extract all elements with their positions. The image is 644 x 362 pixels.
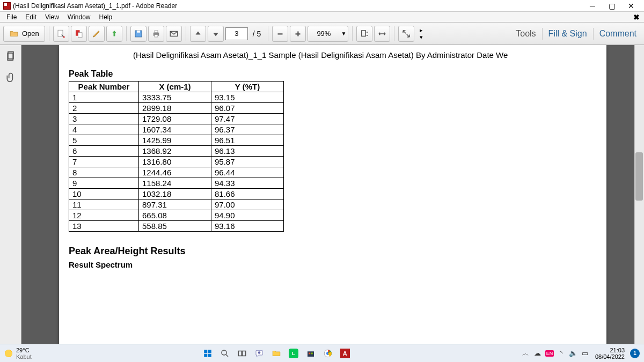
scrollbar-thumb[interactable]: [635, 152, 643, 201]
attachments-panel-button[interactable]: [0, 67, 21, 88]
arrow-down-icon: [211, 29, 221, 39]
menu-window[interactable]: Window: [63, 12, 95, 22]
document-viewport[interactable]: (Hasil Delignifikasi Asam Asetat)_1_1 Sa…: [21, 45, 644, 344]
table-cell: 1607.34: [139, 124, 211, 135]
table-cell: 6: [69, 146, 139, 157]
separator: [352, 26, 353, 41]
wifi-tray-button[interactable]: ◝: [557, 349, 566, 358]
clock-tray[interactable]: 21:03 08/04/2022: [592, 347, 628, 360]
svg-rect-16: [204, 350, 207, 353]
search-icon: [220, 349, 230, 358]
table-cell: 11: [69, 200, 139, 210]
fit-width-icon: [377, 29, 387, 39]
export-pdf-button[interactable]: [71, 26, 87, 42]
file-explorer-taskbar-button[interactable]: [269, 346, 284, 360]
table-cell: 12: [69, 210, 139, 221]
fullscreen-icon: [401, 29, 411, 39]
svg-rect-26: [311, 352, 313, 354]
line-taskbar-button[interactable]: L: [286, 346, 301, 360]
weather-sun-icon: [4, 349, 13, 358]
content-area: (Hasil Delignifikasi Asam Asetat)_1_1 Sa…: [0, 45, 644, 344]
floppy-disk-icon: [134, 29, 143, 39]
menu-help[interactable]: Help: [95, 12, 117, 22]
save-button[interactable]: [130, 26, 147, 42]
svg-rect-25: [309, 352, 310, 354]
onedrive-tray-button[interactable]: ☁: [533, 349, 543, 358]
battery-tray-button[interactable]: ▭: [580, 349, 590, 358]
email-button[interactable]: [166, 26, 182, 42]
fit-page-button[interactable]: [356, 26, 372, 42]
table-cell: 96.51: [211, 135, 284, 146]
speaker-icon: 🔈: [569, 349, 577, 357]
chat-icon: [254, 349, 264, 358]
adobe-reader-taskbar-button[interactable]: A: [338, 346, 353, 360]
separator: [186, 26, 186, 41]
peak-area-height-title: Peak Area/Height Results: [69, 246, 597, 257]
menu-view[interactable]: View: [41, 12, 63, 22]
search-button[interactable]: [217, 346, 232, 360]
zoom-out-button[interactable]: [272, 26, 288, 42]
table-cell: 94.90: [211, 210, 284, 221]
table-cell: 558.85: [139, 221, 211, 232]
print-button[interactable]: [148, 26, 164, 42]
start-button[interactable]: [200, 346, 215, 360]
tools-panel-button[interactable]: Tools: [511, 29, 540, 39]
close-button[interactable]: ✕: [621, 1, 641, 11]
window-title: (Hasil Delignifikasi Asam Asetat)_1_1.pd…: [13, 2, 583, 10]
thumbnails-panel-button[interactable]: [0, 45, 21, 67]
notification-badge[interactable]: 1: [630, 349, 640, 358]
table-cell: 13: [69, 221, 139, 232]
fill-sign-panel-button[interactable]: Fill & Sign: [544, 29, 591, 39]
open-button[interactable]: Open: [3, 26, 45, 42]
vertical-scrollbar[interactable]: [634, 45, 644, 344]
svg-rect-5: [137, 31, 140, 33]
language-tray-button[interactable]: EN: [545, 349, 554, 358]
sign-button[interactable]: [89, 26, 105, 42]
table-cell: 1244.46: [139, 167, 211, 178]
minimize-button[interactable]: ─: [583, 1, 602, 11]
comment-panel-button[interactable]: Comment: [595, 29, 641, 39]
windows-logo-icon: [203, 349, 213, 358]
task-view-button[interactable]: [235, 346, 250, 360]
zoom-level-input[interactable]: [308, 27, 339, 40]
table-cell: 8: [69, 167, 139, 178]
svg-rect-21: [238, 351, 241, 356]
weather-widget[interactable]: 29°C Kabut: [4, 347, 32, 360]
menu-edit[interactable]: Edit: [21, 12, 41, 22]
table-cell: 93.16: [211, 221, 284, 232]
separator: [49, 26, 49, 41]
envelope-icon: [169, 29, 179, 39]
chat-taskbar-button[interactable]: [252, 346, 267, 360]
arrow-up-icon: [193, 29, 203, 39]
create-pdf-button[interactable]: [53, 26, 69, 42]
next-page-button[interactable]: [208, 26, 224, 42]
table-cell: 1: [69, 92, 139, 103]
read-mode-button[interactable]: [398, 26, 414, 42]
upload-button[interactable]: [106, 26, 122, 42]
overflow-icon: ▸▾: [420, 27, 423, 41]
page-number-input[interactable]: [225, 27, 248, 40]
table-cell: 3: [69, 114, 139, 124]
cloud-icon: ☁: [534, 349, 541, 357]
pdf-icon: [3, 2, 11, 10]
zoom-level-select[interactable]: ▼: [308, 26, 348, 42]
line-app-icon: L: [289, 349, 298, 358]
chrome-taskbar-button[interactable]: [320, 346, 335, 360]
zoom-in-button[interactable]: [290, 26, 306, 42]
menu-file[interactable]: File: [2, 12, 21, 22]
table-row: 101032.1881.66: [69, 189, 284, 200]
fit-width-button[interactable]: [374, 26, 390, 42]
separator: [268, 26, 268, 41]
store-taskbar-button[interactable]: [303, 346, 318, 360]
maximize-button[interactable]: ▢: [602, 1, 621, 11]
tray-overflow-button[interactable]: ︿: [521, 349, 531, 358]
menu-bar: File Edit View Window Help ✖: [0, 12, 644, 23]
table-cell: 1158.24: [139, 178, 211, 189]
svg-rect-22: [243, 351, 246, 356]
toolbar-overflow-button[interactable]: ▸▾: [416, 26, 427, 42]
table-cell: 1425.99: [139, 135, 211, 146]
document-close-button[interactable]: ✖: [631, 13, 642, 21]
volume-tray-button[interactable]: 🔈: [568, 349, 578, 358]
col-y: Y (%T): [211, 82, 284, 92]
prev-page-button[interactable]: [190, 26, 206, 42]
